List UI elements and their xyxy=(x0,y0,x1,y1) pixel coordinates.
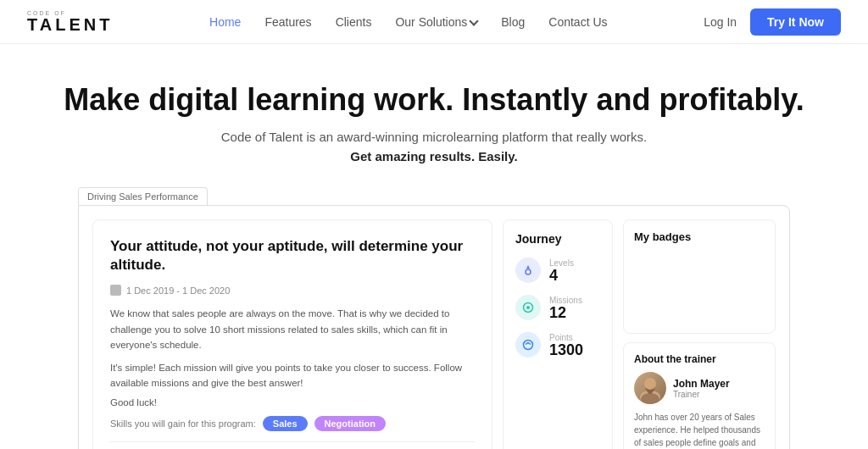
logo-main: TALENT xyxy=(27,16,113,33)
nav-contact[interactable]: Contact Us xyxy=(548,15,607,29)
badges-title: My badges xyxy=(634,230,765,243)
trainer-role: Trainer xyxy=(673,390,730,399)
navbar: CODE OF TALENT Home Features Clients Our… xyxy=(0,0,868,44)
skills-label: Skills you will gain for this program: xyxy=(110,419,256,429)
svg-point-2 xyxy=(526,306,530,309)
right-panel: My badges About the trainer xyxy=(623,219,776,449)
journey-points: Points 1300 xyxy=(515,332,600,358)
date-row: 1 Dec 2019 - 1 Dec 2020 xyxy=(110,285,475,296)
hero-subtitle: Code of Talent is an award-winning micro… xyxy=(17,130,851,144)
svg-point-0 xyxy=(526,269,531,274)
nav-features[interactable]: Features xyxy=(264,15,311,29)
hero-title: Make digital learning work. Instantly an… xyxy=(17,81,851,118)
journey-points-info: Points 1300 xyxy=(549,333,583,358)
trainer-desc: John has over 20 years of Sales experien… xyxy=(634,411,765,449)
demo-area: Driving Sales Performance Your attitude,… xyxy=(61,187,807,449)
svg-point-3 xyxy=(524,341,533,350)
nav-blog[interactable]: Blog xyxy=(501,15,525,29)
badge-negotiation: Negotiation xyxy=(314,416,387,431)
levels-val: 4 xyxy=(549,268,574,283)
skills-row: Skills you will gain for this program: S… xyxy=(110,416,475,431)
points-icon xyxy=(515,332,541,358)
hero-cta: Get amazing results. Easily. xyxy=(17,149,851,164)
missions-icon xyxy=(515,295,541,320)
chevron-down-icon xyxy=(470,16,479,25)
demo-wrapper: Your attitude, not your aptitude, will d… xyxy=(78,205,790,449)
points-val: 1300 xyxy=(549,342,583,358)
nav-home[interactable]: Home xyxy=(209,15,241,29)
journey-levels: Levels 4 xyxy=(515,258,600,283)
try-button[interactable]: Try It Now xyxy=(750,8,841,36)
svg-point-4 xyxy=(527,342,529,344)
divider xyxy=(110,441,475,442)
nav-clients[interactable]: Clients xyxy=(336,15,372,29)
trainer-name: John Mayer xyxy=(673,378,730,390)
journey-panel: Journey Levels 4 xyxy=(503,219,613,449)
date-text: 1 Dec 2019 - 1 Dec 2020 xyxy=(126,285,230,296)
badges-card: My badges xyxy=(623,219,776,334)
trainer-card: About the trainer John Mayer xyxy=(623,342,776,449)
missions-val: 12 xyxy=(549,305,582,320)
levels-icon xyxy=(515,258,541,283)
svg-point-7 xyxy=(645,379,655,389)
nav-links: Home Features Clients Our Solutions Blog… xyxy=(209,15,608,29)
nav-actions: Log In Try It Now xyxy=(704,8,841,36)
desc1: We know that sales people are always on … xyxy=(110,306,475,352)
journey-missions: Missions 12 xyxy=(515,295,600,320)
left-panel: Your attitude, not your aptitude, will d… xyxy=(92,219,492,449)
journey-title: Journey xyxy=(515,232,600,246)
trainer-title: About the trainer xyxy=(634,353,765,365)
desc2: It's simple! Each mission will give you … xyxy=(110,360,475,391)
quote-text: Your attitude, not your aptitude, will d… xyxy=(110,237,475,274)
calendar-icon xyxy=(110,285,121,296)
hero-section: Make digital learning work. Instantly an… xyxy=(0,44,868,187)
nav-solutions[interactable]: Our Solutions xyxy=(395,15,477,29)
logo[interactable]: CODE OF TALENT xyxy=(27,10,113,33)
journey-missions-info: Missions 12 xyxy=(549,296,582,320)
demo-label: Driving Sales Performance xyxy=(78,187,208,205)
journey-levels-info: Levels 4 xyxy=(549,258,574,283)
trainer-info: John Mayer Trainer xyxy=(634,372,765,404)
trainer-details: John Mayer Trainer xyxy=(673,378,730,399)
good-luck: Good luck! xyxy=(110,397,475,407)
avatar xyxy=(634,372,666,404)
badge-sales: Sales xyxy=(263,416,308,431)
login-button[interactable]: Log In xyxy=(704,15,737,29)
